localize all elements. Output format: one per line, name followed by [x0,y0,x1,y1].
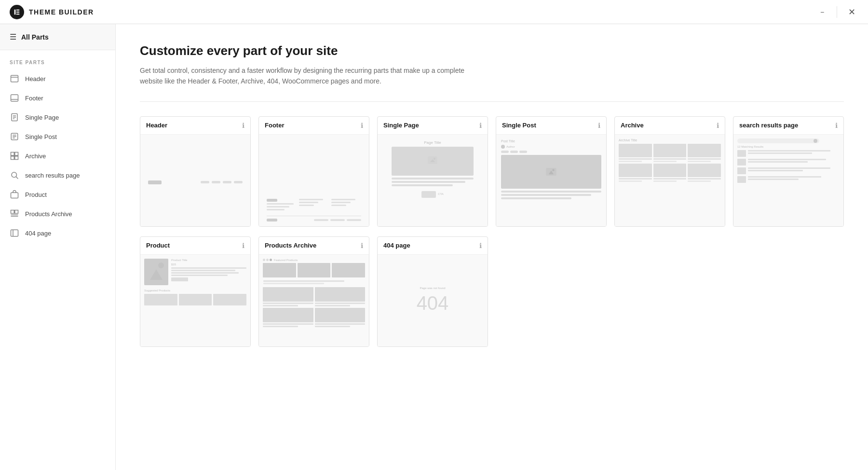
svg-rect-1 [16,9,20,10]
sidebar-item-footer[interactable]: Footer [0,88,115,108]
card-header[interactable]: Header ℹ [140,116,251,227]
preview-product-suggested-grid [144,294,246,305]
card-single-post-preview: Post Title Author [496,135,606,226]
card-archive[interactable]: Archive ℹ Archive Title [614,116,725,227]
sidebar-item-search-results-label: search results page [25,172,80,179]
top-bar-left: THEME BUILDER [10,5,94,19]
card-products-archive-title: Products Archive [265,242,316,249]
cards-row-1: Header ℹ [140,116,844,227]
content-divider [140,101,844,102]
sidebar-item-single-page-label: Single Page [25,114,59,121]
footer-icon [10,93,19,103]
svg-rect-0 [14,9,16,14]
card-404-title: 404 page [383,242,410,249]
card-404-header: 404 page ℹ [378,237,488,255]
card-search-results-title: search results page [739,122,798,129]
header-icon [10,74,19,83]
preview-product-sugg-1 [144,294,177,305]
404-icon [10,228,19,238]
card-product-info-icon[interactable]: ℹ [242,242,244,249]
page-title: Customize every part of your site [140,43,844,58]
preview-product-top: Product Title $35 [144,259,246,285]
card-footer-info-icon[interactable]: ℹ [361,122,363,129]
card-search-results-info-icon[interactable]: ℹ [835,122,838,129]
card-single-post[interactable]: Single Post ℹ Post Title Author [496,116,607,227]
preview-search-count: 12 Matching Results [737,145,840,148]
svg-rect-24 [15,210,18,214]
app-title: THEME BUILDER [29,8,94,16]
preview-page-lines [392,178,474,186]
search-results-icon [10,170,19,180]
card-products-archive-info-icon[interactable]: ℹ [361,242,363,249]
svg-rect-2 [16,12,20,13]
card-search-results-header: search results page ℹ [733,117,843,135]
sidebar-section-label: SITE PARTS [0,50,115,69]
preview-post-author: Author [501,145,601,149]
sidebar-item-404-label: 404 page [25,230,51,237]
sidebar-item-archive-label: Archive [25,152,46,160]
card-single-post-header: Single Post ℹ [496,117,606,135]
card-header-title: Header [146,122,167,129]
sidebar-all-parts[interactable]: ☰ All Parts [0,24,115,50]
content-description: Get total control, consistency and a fas… [140,65,477,87]
sidebar-item-products-archive[interactable]: Products Archive [0,204,115,223]
svg-rect-6 [11,95,18,101]
card-footer[interactable]: Footer ℹ [258,116,369,227]
products-archive-icon [10,209,19,219]
preview-search-bar-icon [814,139,817,143]
sidebar-item-header[interactable]: Header [0,69,115,88]
preview-product-sugg-2 [179,294,212,305]
card-footer-title: Footer [265,122,284,129]
preview-post-title-text: Post Title [501,139,601,143]
preview-page-title-text: Page Title [424,140,441,145]
sidebar: ☰ All Parts SITE PARTS Header Footer Sin… [0,24,116,470]
card-products-archive-header: Products Archive ℹ [259,237,369,255]
single-post-icon [10,132,19,141]
close-button[interactable]: ✕ [845,5,858,19]
card-products-archive-preview: Featured Products [259,255,369,346]
preview-products-grid [263,287,365,327]
preview-product-sugg-3 [213,294,246,305]
sidebar-item-products-archive-label: Products Archive [25,210,72,218]
svg-rect-3 [16,14,20,14]
preview-post-avatar [501,145,505,149]
card-single-page-info-icon[interactable]: ℹ [479,122,482,129]
sidebar-item-product[interactable]: Product [0,185,115,204]
main-layout: ☰ All Parts SITE PARTS Header Footer Sin… [0,24,868,470]
single-page-icon [10,112,19,122]
preview-post-image [501,155,601,189]
card-404[interactable]: 404 page ℹ Page was not found 404 [377,236,488,347]
preview-search-results-list [737,150,840,183]
card-404-info-icon[interactable]: ℹ [479,242,482,249]
svg-rect-19 [15,156,18,160]
card-archive-info-icon[interactable]: ℹ [717,122,719,129]
preview-products-featured-label: Featured Products [274,259,298,262]
preview-404-message: Page was not found [420,287,445,290]
sidebar-item-single-page[interactable]: Single Page [0,108,115,127]
card-header-info-icon[interactable]: ℹ [242,122,244,129]
preview-post-tag-3 [519,151,527,153]
minimize-button[interactable]: − [815,5,829,19]
card-single-post-info-icon[interactable]: ℹ [598,122,600,129]
card-single-page-preview: Page Title CTA [378,135,488,226]
card-single-page[interactable]: Single Page ℹ Page Title [377,116,488,227]
card-product-header: Product ℹ [140,237,250,255]
preview-post-lines [501,191,601,199]
sidebar-item-archive[interactable]: Archive [0,146,115,166]
preview-search-bar [737,138,819,143]
sidebar-item-404[interactable]: 404 page [0,223,115,243]
card-product[interactable]: Product ℹ Product Title $35 [140,236,251,347]
card-search-results[interactable]: search results page ℹ 12 Matching Result… [733,116,844,227]
svg-rect-17 [15,152,18,156]
sidebar-item-single-post[interactable]: Single Post [0,127,115,146]
card-products-archive[interactable]: Products Archive ℹ Featured Products [258,236,369,347]
svg-rect-23 [11,210,14,214]
svg-rect-27 [11,230,18,236]
sidebar-item-search-results[interactable]: search results page [0,166,115,185]
preview-404-number: 404 [417,292,449,314]
preview-page-image [392,147,474,176]
card-single-page-header: Single Page ℹ [378,117,488,135]
content-area: Customize every part of your site Get to… [116,24,868,470]
svg-point-34 [552,169,554,171]
preview-product-info: Product Title $35 [171,259,246,285]
